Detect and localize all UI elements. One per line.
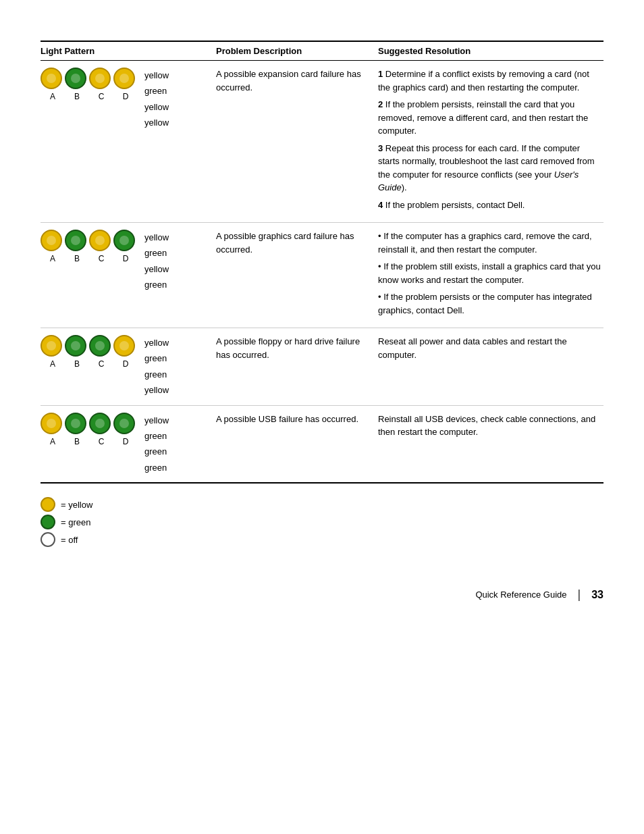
resolution-item: 2 If the problem persists, reinstall the… <box>378 98 603 138</box>
light-green <box>113 413 135 434</box>
legend: = yellow= green= off <box>41 497 603 547</box>
legend-label: = yellow <box>61 500 92 510</box>
right-cols: A possible graphics card failure has occ… <box>216 230 603 321</box>
label-A: A <box>42 254 63 263</box>
label-D: D <box>115 359 136 369</box>
legend-circle-yellow <box>41 497 55 512</box>
color-label: yellow <box>144 99 169 115</box>
table-header: Light Pattern Problem Description Sugges… <box>41 42 603 61</box>
color-list-cell: yellowgreengreenyellow <box>144 335 176 398</box>
resolution-cell: Reseat all power and data cables and res… <box>378 335 603 398</box>
color-label: green <box>144 444 169 459</box>
footer-separator: | <box>578 588 581 602</box>
color-label: green <box>144 83 169 99</box>
header-col3: Suggested Resolution <box>378 46 603 56</box>
color-list-cell: yellowgreenyellowgreen <box>144 230 176 293</box>
circle-block: ABCD <box>41 413 136 446</box>
light-green <box>89 335 111 357</box>
color-label: yellow <box>144 115 169 130</box>
footer-page-number: 33 <box>591 589 603 601</box>
color-label: yellow <box>144 68 169 83</box>
table-row: ABCDyellowgreenyellowgreenA possible gra… <box>41 223 603 328</box>
table-row: ABCDyellowgreenyellowyellowA possible ex… <box>41 61 603 223</box>
light-green <box>113 230 135 251</box>
resolution-item: If the computer has a graphics card, rem… <box>378 230 603 256</box>
light-green <box>65 335 86 357</box>
color-label: green <box>144 277 169 292</box>
problem-cell: A possible graphics card failure has occ… <box>216 230 378 321</box>
label-B: B <box>66 359 88 369</box>
light-yellow <box>89 68 111 89</box>
resolution-item: 3 Repeat this process for each card. If … <box>378 142 603 194</box>
label-A: A <box>42 92 63 101</box>
color-label: green <box>144 350 169 366</box>
color-label: green <box>144 460 169 475</box>
problem-cell: A possible expansion card failure has oc… <box>216 68 378 215</box>
table-row: ABCDyellowgreengreenyellowA possible flo… <box>41 328 603 406</box>
color-label: green <box>144 245 169 261</box>
color-label: yellow <box>144 230 169 245</box>
label-D: D <box>115 437 136 446</box>
light-green <box>65 68 86 89</box>
color-label: green <box>144 367 169 382</box>
resolution-item: If the problem persists or the computer … <box>378 290 603 317</box>
light-green <box>65 230 86 251</box>
footer: Quick Reference Guide | 33 <box>41 588 603 602</box>
light-pattern-cell: ABCDyellowgreenyellowyellow <box>41 68 216 215</box>
footer-guide-name: Quick Reference Guide <box>475 590 566 600</box>
light-yellow <box>113 68 135 89</box>
light-yellow <box>41 335 62 357</box>
light-pattern-cell: ABCDyellowgreengreengreen <box>41 413 216 476</box>
legend-circle-green <box>41 515 55 529</box>
label-C: C <box>90 92 112 101</box>
light-yellow <box>41 230 62 251</box>
legend-label: = green <box>61 517 90 527</box>
light-pattern-cell: ABCDyellowgreenyellowgreen <box>41 230 216 321</box>
right-cols: A possible floppy or hard drive failure … <box>216 335 603 398</box>
color-list-cell: yellowgreenyellowyellow <box>144 68 176 131</box>
light-pattern-cell: ABCDyellowgreengreenyellow <box>41 335 216 398</box>
legend-item: = yellow <box>41 497 603 512</box>
circle-block: ABCD <box>41 335 136 369</box>
resolution-item: 1 Determine if a conflict exists by remo… <box>378 68 603 94</box>
label-C: C <box>90 437 112 446</box>
label-B: B <box>66 254 88 263</box>
table-body: ABCDyellowgreenyellowyellowA possible ex… <box>41 61 603 482</box>
light-green <box>89 413 111 434</box>
light-yellow <box>41 413 62 434</box>
table-row: ABCDyellowgreengreengreenA possible USB … <box>41 406 603 483</box>
main-table: Light Pattern Problem Description Sugges… <box>41 41 603 484</box>
resolution-cell: Reinstall all USB devices, check cable c… <box>378 413 603 476</box>
resolution-list: If the computer has a graphics card, rem… <box>378 230 603 317</box>
legend-item: = green <box>41 515 603 529</box>
label-D: D <box>115 254 136 263</box>
color-label: yellow <box>144 382 169 398</box>
right-cols: A possible USB failure has occurred.Rein… <box>216 413 603 476</box>
label-B: B <box>66 437 88 446</box>
label-C: C <box>90 254 112 263</box>
light-green <box>65 413 86 434</box>
resolution-cell: If the computer has a graphics card, rem… <box>378 230 603 321</box>
legend-item: = off <box>41 532 603 547</box>
header-col2: Problem Description <box>216 46 378 56</box>
color-label: yellow <box>144 261 169 277</box>
legend-circle-off <box>41 532 55 547</box>
resolution-item: Reseat all power and data cables and res… <box>378 335 603 361</box>
label-D: D <box>115 92 136 101</box>
color-label: yellow <box>144 335 169 350</box>
label-A: A <box>42 437 63 446</box>
color-label: green <box>144 428 169 444</box>
resolution-item: 4 If the problem persists, contact Dell. <box>378 199 603 212</box>
problem-cell: A possible USB failure has occurred. <box>216 413 378 476</box>
legend-label: = off <box>61 535 78 545</box>
label-A: A <box>42 359 63 369</box>
circle-block: ABCD <box>41 68 136 101</box>
color-list-cell: yellowgreengreengreen <box>144 413 176 476</box>
label-B: B <box>66 92 88 101</box>
problem-cell: A possible floppy or hard drive failure … <box>216 335 378 398</box>
color-label: yellow <box>144 413 169 428</box>
circle-block: ABCD <box>41 230 136 263</box>
right-cols: A possible expansion card failure has oc… <box>216 68 603 215</box>
light-yellow <box>89 230 111 251</box>
label-C: C <box>90 359 112 369</box>
